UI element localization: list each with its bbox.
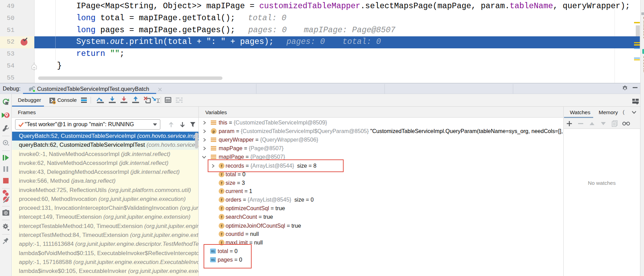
svg-text:f: f (221, 224, 222, 228)
svg-text:f: f (221, 197, 222, 202)
svg-text:f: f (221, 232, 222, 236)
svg-text:f: f (221, 215, 222, 219)
svg-text:f: f (221, 206, 222, 210)
svg-text:p: p (212, 129, 215, 133)
svg-text:f: f (221, 181, 222, 185)
svg-text:f: f (221, 172, 222, 176)
svg-text:f: f (221, 189, 222, 193)
